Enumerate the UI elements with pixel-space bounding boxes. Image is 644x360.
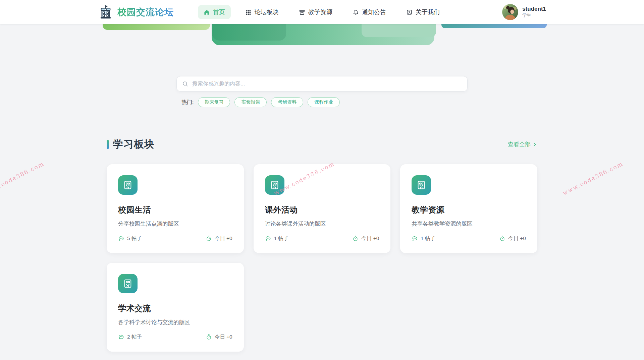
school-logo-icon: [98, 4, 113, 20]
board-desc: 各学科学术讨论与交流的版区: [118, 319, 232, 326]
stopwatch-icon: [206, 235, 212, 242]
about-icon: [406, 9, 413, 15]
stopwatch-icon: [206, 334, 212, 340]
comment-icon: [118, 235, 124, 242]
nav-item-label: 教学资源: [308, 8, 332, 16]
building-icon: [265, 175, 284, 195]
board-stats: 1 帖子 今日 +0: [412, 235, 526, 242]
watermark: www.code386.com: [0, 160, 45, 196]
hot-tag[interactable]: 期末复习: [198, 97, 230, 107]
chevron-right-icon: [532, 142, 537, 147]
watermark: www.code386.com: [561, 160, 624, 196]
hot-tag[interactable]: 课程作业: [308, 97, 340, 107]
posts-count: 2 帖子: [127, 334, 142, 341]
view-all-label: 查看全部: [508, 140, 531, 148]
grid-icon: [245, 9, 252, 15]
navbar-inner: 校园交流论坛 首页 论坛板块: [98, 0, 546, 24]
today-count: 今日 +0: [215, 235, 232, 242]
nav-menu: 首页 论坛板块: [198, 5, 502, 19]
posts-count: 5 帖子: [127, 235, 142, 242]
building-icon: [118, 175, 138, 195]
board-card-academic-exchange[interactable]: 学术交流 各学科学术讨论与交流的版区 2 帖子: [107, 263, 244, 352]
board-desc: 分享校园生活点滴的版区: [118, 220, 232, 228]
posts-stat: 1 帖子: [412, 235, 435, 242]
brand[interactable]: 校园交流论坛: [98, 4, 174, 20]
posts-stat: 5 帖子: [118, 235, 142, 242]
nav-item-label: 关于我们: [416, 8, 440, 16]
search-section: 热门: 期末复习 实验报告 考研资料 课程作业: [176, 24, 468, 107]
today-count: 今日 +0: [361, 235, 379, 242]
home-icon: [204, 9, 210, 15]
user-avatar: [502, 4, 518, 20]
nav-item-announcements[interactable]: 通知公告: [347, 5, 392, 19]
board-stats: 2 帖子 今日 +0: [118, 334, 232, 341]
posts-stat: 2 帖子: [118, 334, 142, 341]
nav-item-about[interactable]: 关于我们: [400, 5, 445, 19]
user-menu[interactable]: student1 学生: [502, 4, 546, 20]
view-all-link[interactable]: 查看全部: [508, 140, 537, 148]
board-stats: 5 帖子 今日 +0: [118, 235, 232, 242]
search-input[interactable]: [192, 80, 462, 87]
hot-tag[interactable]: 考研资料: [271, 97, 303, 107]
comment-icon: [412, 235, 418, 242]
board-title: 课外活动: [265, 204, 379, 215]
nav-item-resources[interactable]: 教学资源: [293, 5, 338, 19]
top-navbar: 校园交流论坛 首页 论坛板块: [0, 0, 644, 24]
building-icon: [412, 175, 431, 195]
today-stat: 今日 +0: [499, 235, 526, 242]
brand-title: 校园交流论坛: [117, 6, 174, 18]
nav-item-label: 论坛板块: [255, 8, 279, 16]
hot-label: 热门:: [181, 99, 194, 106]
learning-section-header: 学习板块 查看全部: [98, 137, 546, 151]
today-count: 今日 +0: [508, 235, 526, 242]
board-title: 校园生活: [118, 204, 232, 215]
board-card-campus-life[interactable]: 校园生活 分享校园生活点滴的版区 5 帖子: [107, 164, 244, 253]
building-icon: [118, 274, 138, 293]
board-card-extracurricular[interactable]: 课外活动 讨论各类课外活动的版区 1 帖子: [254, 164, 391, 253]
board-title: 学术交流: [118, 303, 232, 314]
board-stats: 1 帖子 今日 +0: [265, 235, 379, 242]
main-content: 热门: 期末复习 实验报告 考研资料 课程作业 学习板块 查看全部: [98, 24, 546, 352]
comment-icon: [265, 235, 271, 242]
board-desc: 共享各类教学资源的版区: [412, 220, 526, 228]
board-card-teaching-resources[interactable]: 教学资源 共享各类教学资源的版区 1 帖子: [400, 164, 537, 253]
today-stat: 今日 +0: [352, 235, 379, 242]
nav-item-boards[interactable]: 论坛板块: [239, 5, 284, 19]
board-grid: 校园生活 分享校园生活点滴的版区 5 帖子: [98, 164, 546, 352]
today-stat: 今日 +0: [206, 334, 232, 341]
stopwatch-icon: [499, 235, 505, 242]
board-desc: 讨论各类课外活动的版区: [265, 220, 379, 228]
posts-stat: 1 帖子: [265, 235, 289, 242]
posts-count: 1 帖子: [421, 235, 435, 242]
board-title: 教学资源: [412, 204, 526, 215]
today-count: 今日 +0: [215, 334, 232, 341]
today-stat: 今日 +0: [206, 235, 232, 242]
hot-tags-row: 热门: 期末复习 实验报告 考研资料 课程作业: [176, 97, 468, 107]
search-icon: [182, 81, 188, 87]
hot-tag[interactable]: 实验报告: [234, 97, 267, 107]
section-title: 学习板块: [107, 137, 155, 151]
comment-icon: [118, 334, 124, 340]
nav-item-home[interactable]: 首页: [198, 5, 231, 19]
archive-icon: [299, 9, 305, 15]
nav-item-label: 首页: [213, 8, 225, 16]
bell-icon: [353, 9, 359, 15]
user-name: student1: [522, 6, 546, 12]
user-role: 学生: [522, 13, 546, 18]
search-bar[interactable]: [176, 76, 468, 92]
posts-count: 1 帖子: [274, 235, 289, 242]
nav-item-label: 通知公告: [362, 8, 386, 16]
stopwatch-icon: [352, 235, 359, 242]
